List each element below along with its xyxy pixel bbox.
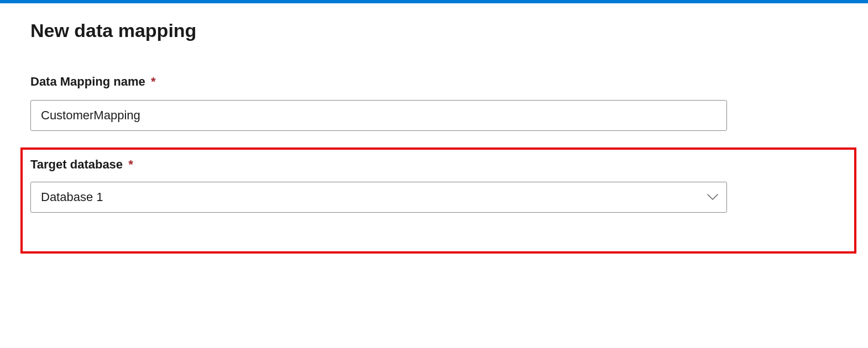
target-database-selected-value: Database 1	[41, 190, 103, 204]
mapping-name-input[interactable]	[30, 100, 727, 131]
required-indicator: *	[128, 157, 133, 171]
required-indicator: *	[151, 75, 156, 88]
target-database-label-text: Target database	[30, 157, 123, 171]
form-content: New data mapping Data Mapping name * Tar…	[0, 3, 868, 254]
mapping-name-field-group: Data Mapping name *	[30, 75, 838, 131]
page-title: New data mapping	[30, 20, 838, 41]
mapping-name-label: Data Mapping name *	[30, 75, 838, 89]
target-database-label: Target database *	[30, 157, 846, 172]
target-database-highlight: Target database * Database 1	[20, 147, 856, 254]
mapping-name-label-text: Data Mapping name	[30, 75, 145, 88]
target-database-select[interactable]: Database 1	[30, 182, 727, 213]
target-database-field-group: Target database * Database 1	[30, 157, 846, 213]
target-database-select-wrapper: Database 1	[30, 182, 727, 213]
